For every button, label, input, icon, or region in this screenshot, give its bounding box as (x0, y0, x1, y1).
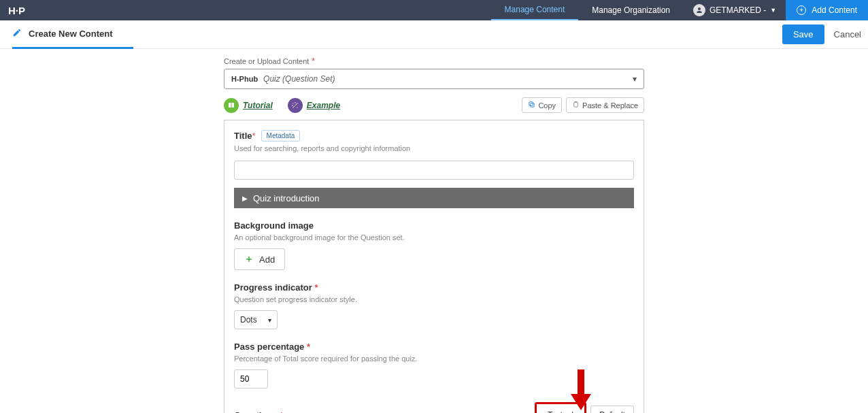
add-image-button[interactable]: ＋ Add (234, 248, 285, 270)
progress-indicator-select[interactable]: Dots ▾ (234, 310, 278, 329)
tab-default[interactable]: Default (590, 406, 634, 413)
background-image-help: An optional background image for the Que… (234, 233, 634, 242)
nav-manage-organization[interactable]: Manage Organization (578, 0, 684, 20)
editor-panel: Title * Metadata Used for searching, rep… (224, 120, 644, 413)
example-link[interactable]: Example (307, 101, 340, 110)
title-help: Used for searching, reports and copyrigh… (234, 144, 634, 152)
add-content-label: Add Content (812, 5, 857, 15)
paste-replace-button[interactable]: Paste & Replace (566, 97, 644, 113)
book-icon (224, 98, 239, 113)
chevron-down-icon: ▼ (770, 7, 776, 14)
progress-indicator-label: Progress indicator * (234, 282, 634, 293)
tab-create-label: Create New Content (29, 29, 113, 39)
paste-icon (572, 101, 580, 110)
svg-point-0 (698, 7, 701, 10)
hub-brand-icon: H-Phub (231, 75, 258, 83)
title-label: Title (234, 131, 252, 141)
cancel-button[interactable]: Cancel (834, 29, 861, 39)
svg-rect-1 (531, 103, 535, 108)
metadata-button[interactable]: Metadata (261, 130, 301, 142)
plus-icon: ＋ (244, 253, 254, 265)
tab-textual[interactable]: Textual (535, 402, 586, 413)
title-input[interactable] (234, 161, 634, 180)
save-button[interactable]: Save (782, 24, 824, 44)
subbar: Create New Content Save Cancel (0, 20, 868, 49)
logo: H·P (0, 5, 33, 16)
chevron-down-icon: ▾ (268, 316, 271, 324)
avatar-icon (693, 4, 705, 16)
nav-manage-content[interactable]: Manage Content (491, 0, 579, 20)
svg-rect-2 (529, 102, 533, 106)
copy-icon (528, 101, 535, 110)
add-content-button[interactable]: + Add Content (786, 0, 868, 20)
topbar: H·P Manage Content Manage Organization G… (0, 0, 868, 20)
chevron-down-icon: ▾ (633, 74, 637, 84)
svg-rect-3 (574, 102, 578, 107)
quiz-introduction-accordion[interactable]: ▶ Quiz introduction (234, 188, 634, 208)
pass-percentage-label: Pass percentage * (234, 342, 634, 352)
plus-circle-icon: + (797, 5, 806, 15)
create-upload-label: Create or Upload Content * (224, 56, 644, 66)
content-type-value: Quiz (Question Set) (263, 74, 335, 84)
wand-icon (288, 98, 303, 113)
user-name: GETMARKED - (710, 5, 766, 15)
user-menu[interactable]: GETMARKED - ▼ (684, 4, 786, 16)
questions-label: Questions * (234, 410, 283, 414)
copy-button[interactable]: Copy (522, 97, 562, 113)
progress-indicator-help: Question set progress indicator style. (234, 295, 634, 303)
triangle-right-icon: ▶ (242, 195, 248, 202)
background-image-label: Background image (234, 220, 634, 231)
content-type-selector[interactable]: H-Phub Quiz (Question Set) ▾ (224, 69, 644, 89)
pass-percentage-input[interactable] (234, 369, 268, 389)
svg-rect-4 (575, 101, 577, 103)
pass-percentage-help: Percentage of Total score required for p… (234, 354, 634, 363)
tab-create-new-content[interactable]: Create New Content (12, 20, 133, 49)
tutorial-link[interactable]: Tutorial (243, 101, 273, 110)
pencil-icon (12, 28, 22, 39)
